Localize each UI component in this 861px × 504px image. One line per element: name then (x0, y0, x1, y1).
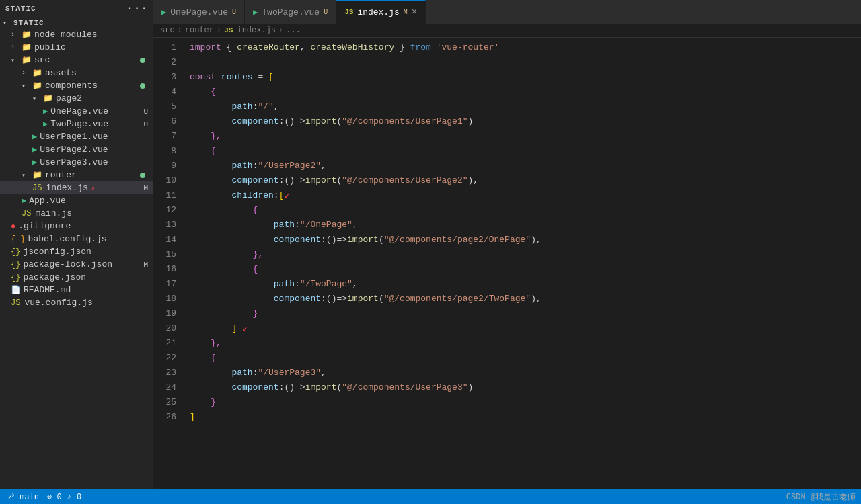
line-content: import { createRouter, createWebHistory … (187, 40, 861, 55)
line-num: 8 (153, 144, 187, 159)
arrow-icon (32, 95, 43, 103)
node-modules-label: node_modules (34, 30, 98, 40)
sidebar-item-gitignore[interactable]: ◆ .gitignore (0, 220, 153, 233)
sidebar-item-packagelock[interactable]: {} package-lock.json M (0, 258, 153, 271)
sidebar-item-node_modules[interactable]: 📁 node_modules (0, 28, 153, 41)
arrow-icon (22, 82, 32, 90)
line-num: 23 (153, 366, 187, 380)
line-num: 24 (153, 380, 187, 395)
page2-label: page2 (56, 93, 82, 103)
editor-area: ▶ OnePage.vue U ▶ TwoPage.vue U JS index… (153, 0, 861, 489)
line-content: component:()=>import("@/components/page2… (187, 233, 861, 247)
line-content: }, (187, 336, 861, 351)
breadcrumb-indexjs: index.js (237, 26, 276, 35)
line-content: children:[↙ (187, 188, 861, 203)
code-editor[interactable]: 1 import { createRouter, createWebHistor… (153, 38, 861, 489)
sidebar-item-twopage-vue[interactable]: ▶ TwoPage.vue U (0, 118, 153, 130)
static-label: STATIC (13, 19, 44, 27)
arrow-icon (11, 44, 22, 51)
packagejson-label: package.json (23, 272, 86, 282)
arrow-annotation: ↗ (91, 184, 95, 192)
line-num: 13 (153, 218, 187, 233)
line-content: const routes = [ (187, 70, 861, 85)
appvue-label: App.vue (29, 196, 66, 206)
arrow-icon (11, 56, 22, 65)
sidebar-item-src[interactable]: 📁 src (0, 54, 153, 67)
breadcrumb-src: src (160, 26, 175, 35)
line-content: { (187, 262, 861, 277)
line-content: ] (187, 410, 861, 425)
badge-u: U (143, 120, 148, 128)
sidebar-item-babel[interactable]: { } babel.config.js (0, 233, 153, 245)
userpage1-label: UserPage1.vue (40, 132, 108, 142)
sidebar-item-userpage1[interactable]: ▶ UserPage1.vue (0, 130, 153, 143)
vue-icon: ▶ (43, 119, 48, 129)
sidebar-item-userpage3[interactable]: ▶ UserPage3.vue (0, 156, 153, 169)
folder-icon: 📁 (22, 42, 32, 52)
onepage-vue-label: OnePage.vue (50, 106, 108, 116)
line-num: 19 (153, 306, 187, 321)
tab-twopage[interactable]: ▶ TwoPage.vue U (245, 0, 336, 24)
code-line-26: 26 ] (153, 410, 861, 425)
status-warnings: ⚠ 0 (67, 492, 82, 502)
sidebar-item-components[interactable]: 📁 components (0, 79, 153, 92)
folder-icon: 📁 (32, 81, 42, 91)
js-icon: JS (22, 209, 31, 218)
userpage3-label: UserPage3.vue (40, 157, 108, 167)
folder-icon: 📁 (22, 30, 32, 40)
line-num: 18 (153, 292, 187, 306)
sidebar-title: StatIC (5, 5, 36, 13)
badge-m: M (143, 184, 148, 192)
code-line-20: 20 ] ↙ (153, 321, 861, 336)
code-line-15: 15 }, (153, 247, 861, 262)
src-label: src (34, 55, 50, 65)
vue-icon: ▶ (32, 144, 37, 155)
line-num: 11 (153, 188, 187, 203)
code-line-16: 16 { (153, 262, 861, 277)
sidebar-item-userpage2[interactable]: ▶ UserPage2.vue (0, 143, 153, 156)
vueconfig-label: vue.config.js (24, 298, 92, 308)
tab-indexjs-label: index.js (357, 7, 399, 17)
code-line-8: 8 { (153, 144, 861, 159)
sidebar-item-page2[interactable]: 📁 page2 (0, 92, 153, 105)
tab-indexjs-badge: M (404, 9, 408, 16)
folder-icon: 📁 (32, 170, 42, 180)
sidebar-item-onepage-vue[interactable]: ▶ OnePage.vue U (0, 105, 153, 118)
vue-icon: ▶ (32, 157, 37, 167)
sidebar-item-jsconfig[interactable]: {} jsconfig.json (0, 245, 153, 258)
sidebar-item-packagejson[interactable]: {} package.json (0, 271, 153, 284)
sidebar-item-public[interactable]: 📁 public (0, 41, 153, 54)
line-content: ] ↙ (187, 321, 861, 336)
line-num: 10 (153, 173, 187, 188)
sidebar-item-static[interactable]: STATIC (0, 17, 153, 28)
line-num: 9 (153, 159, 187, 173)
sidebar-item-mainjs[interactable]: JS main.js (0, 207, 153, 220)
babel-label: babel.config.js (28, 234, 107, 244)
sidebar-item-router[interactable]: 📁 router (0, 169, 153, 181)
badge-m: M (143, 261, 148, 269)
tab-indexjs[interactable]: JS index.js M × (336, 0, 426, 24)
sidebar-header: StatIC ··· (0, 0, 153, 17)
line-content: }, (187, 129, 861, 144)
modified-dot (140, 173, 145, 178)
json-icon: {} (11, 260, 20, 269)
packagelock-label: package-lock.json (23, 259, 112, 269)
sidebar-item-assets[interactable]: 📁 assets (0, 67, 153, 79)
tab-onepage[interactable]: ▶ OnePage.vue U (153, 0, 245, 24)
line-content: path:"/UserPage2", (187, 159, 861, 173)
sidebar-item-readme[interactable]: 📄 README.md (0, 284, 153, 296)
sidebar-dots[interactable]: ··· (126, 3, 148, 15)
sidebar-item-vueconfig[interactable]: JS vue.config.js (0, 296, 153, 309)
code-line-6: 6 component:()=>import("@/components/Use… (153, 114, 861, 129)
tabs-bar: ▶ OnePage.vue U ▶ TwoPage.vue U JS index… (153, 0, 861, 24)
tab-close-button[interactable]: × (412, 7, 417, 17)
assets-label: assets (45, 68, 77, 78)
json-icon: {} (11, 273, 20, 282)
breadcrumb-sep3: › (278, 26, 283, 35)
sidebar-item-appvue[interactable]: ▶ App.vue (0, 194, 153, 207)
line-content: path:"/", (187, 99, 861, 114)
folder-icon: 📁 (22, 55, 32, 65)
userpage2-label: UserPage2.vue (40, 144, 108, 155)
code-line-9: 9 path:"/UserPage2", (153, 159, 861, 173)
sidebar-item-indexjs[interactable]: JS index.js ↗ M (0, 181, 153, 194)
